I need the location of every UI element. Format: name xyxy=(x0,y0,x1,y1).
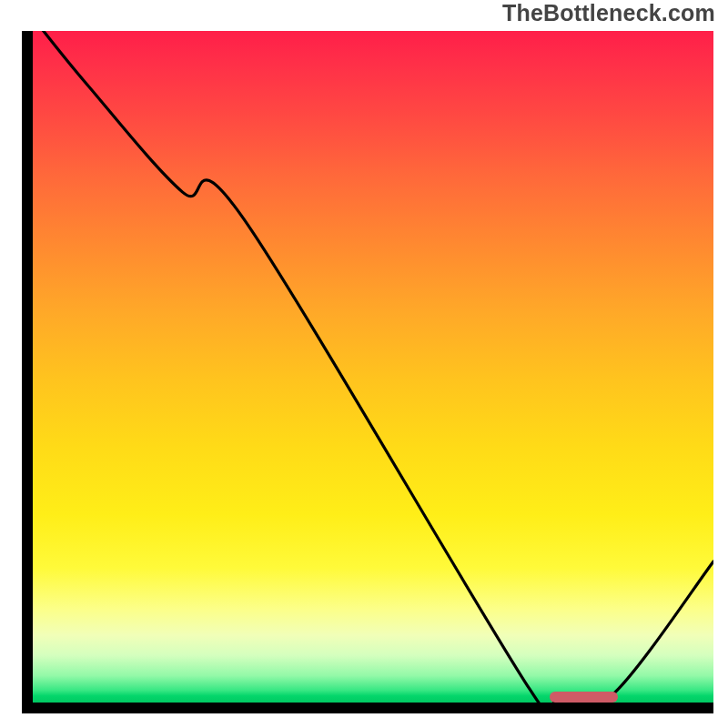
chart-frame: TheBottleneck.com xyxy=(0,0,728,728)
plot-area xyxy=(33,31,713,703)
watermark-text: TheBottleneck.com xyxy=(502,0,715,26)
curve-path xyxy=(33,31,713,703)
bottleneck-curve xyxy=(33,31,713,703)
plot-border xyxy=(22,31,713,713)
optimal-range-marker xyxy=(550,692,618,703)
